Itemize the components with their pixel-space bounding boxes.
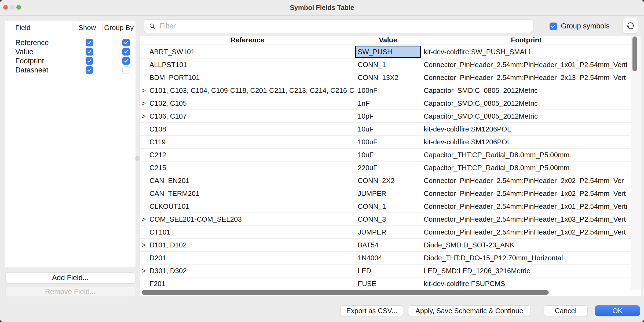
- horizontal-scrollbar-thumb[interactable]: [142, 290, 549, 295]
- group-symbols-checkbox[interactable]: [550, 23, 557, 30]
- reference-cell[interactable]: > BDM_PORT101: [140, 71, 355, 84]
- reference-cell[interactable]: > F201: [140, 277, 355, 290]
- table-row[interactable]: > C119 100uF kit-dev-coldfire:SM1206POL: [140, 136, 631, 149]
- field-row[interactable]: Reference: [5, 38, 136, 47]
- value-cell[interactable]: 220uF: [355, 162, 421, 174]
- show-checkbox[interactable]: [86, 66, 93, 74]
- footprint-cell[interactable]: LED_SMD:LED_1206_3216Metric: [421, 265, 630, 277]
- table-row[interactable]: > C212 10uF Capacitor_THT:CP_Radial_D8.0…: [140, 149, 631, 162]
- value-cell[interactable]: FUSE: [355, 277, 421, 290]
- reference-cell[interactable]: > D301, D302: [140, 265, 355, 277]
- value-column-header[interactable]: Value: [355, 36, 421, 45]
- group-expander-icon[interactable]: >: [142, 97, 146, 109]
- footprint-cell[interactable]: Connector_PinHeader_2.54mm:PinHeader_1x0…: [421, 200, 630, 213]
- table-row[interactable]: > BDM_PORT101 CONN_13X2 Connector_PinHea…: [140, 71, 631, 84]
- column-divider[interactable]: [421, 36, 421, 290]
- group-expander-icon[interactable]: >: [142, 110, 146, 122]
- table-row[interactable]: > C101, C103, C104, C109-C118, C201-C211…: [140, 84, 631, 97]
- footprint-cell[interactable]: kit-dev-coldfire:SM1206POL: [421, 136, 630, 148]
- reference-cell[interactable]: > C102, C105: [140, 97, 355, 109]
- export-csv-button[interactable]: Export as CSV...: [341, 305, 403, 316]
- group-expander-icon[interactable]: >: [142, 265, 146, 277]
- reference-cell[interactable]: > CT101: [140, 226, 355, 238]
- reference-cell[interactable]: > C119: [140, 136, 355, 148]
- remove-field-button[interactable]: Remove Field...: [5, 287, 135, 297]
- footprint-cell[interactable]: Connector_PinHeader_2.54mm:PinHeader_1x0…: [421, 226, 630, 238]
- reference-cell[interactable]: > COM_SEL201-COM_SEL203: [140, 213, 355, 225]
- footprint-cell[interactable]: Capacitor_SMD:C_0805_2012Metric: [421, 110, 630, 122]
- table-row[interactable]: > C102, C105 1nF Capacitor_SMD:C_0805_20…: [140, 97, 631, 110]
- show-checkbox[interactable]: [86, 39, 93, 46]
- value-cell[interactable]: 100nF: [355, 84, 421, 97]
- filter-input[interactable]: [159, 22, 533, 31]
- value-cell[interactable]: 10uF: [355, 123, 421, 135]
- reference-cell[interactable]: > ABRT_SW101: [140, 46, 355, 58]
- value-cell[interactable]: 10uF: [355, 149, 421, 161]
- value-cell[interactable]: CONN_13X2: [355, 71, 421, 84]
- table-row[interactable]: > D301, D302 LED LED_SMD:LED_1206_3216Me…: [140, 265, 631, 277]
- table-row[interactable]: > CLKOUT101 CONN_1 Connector_PinHeader_2…: [140, 200, 631, 213]
- table-row[interactable]: > COM_SEL201-COM_SEL203 CONN_3 Connector…: [140, 213, 631, 226]
- reference-cell[interactable]: > D201: [140, 252, 355, 264]
- field-row[interactable]: Datasheet: [5, 65, 136, 75]
- table-row[interactable]: > C215 220uF Capacitor_THT:CP_Radial_D8.…: [140, 162, 631, 174]
- table-row[interactable]: > D101, D102 BAT54 Diode_SMD:D_SOT-23_AN…: [140, 239, 631, 252]
- table-row[interactable]: > C106, C107 10pF Capacitor_SMD:C_0805_2…: [140, 110, 631, 123]
- footprint-cell[interactable]: Diode_THT:D_DO-15_P12.70mm_Horizontal: [421, 252, 630, 264]
- footprint-cell[interactable]: Capacitor_THT:CP_Radial_D8.0mm_P5.00mm: [421, 149, 630, 161]
- reference-column-header[interactable]: Reference: [140, 36, 355, 45]
- cancel-button[interactable]: Cancel: [544, 305, 588, 316]
- table-row[interactable]: > C108 10uF kit-dev-coldfire:SM1206POL: [140, 123, 631, 136]
- footprint-cell[interactable]: Connector_PinHeader_2.54mm:PinHeader_1x0…: [421, 213, 630, 225]
- group-by-checkbox[interactable]: [122, 39, 130, 46]
- titlebar[interactable]: Symbol Fields Table: [0, 0, 644, 16]
- group-expander-icon[interactable]: >: [142, 84, 146, 97]
- footprint-cell[interactable]: Connector_PinHeader_2.54mm:PinHeader_1x0…: [421, 58, 630, 71]
- vertical-scrollbar-thumb[interactable]: [632, 36, 637, 71]
- footprint-column-header[interactable]: Footprint: [421, 36, 631, 45]
- group-expander-icon[interactable]: >: [142, 239, 146, 251]
- reference-cell[interactable]: > ALLPST101: [140, 58, 355, 71]
- table-row[interactable]: > F201 FUSE kit-dev-coldfire:FSUPCMS: [140, 277, 631, 290]
- value-cell[interactable]: CONN_1: [355, 200, 421, 213]
- value-cell[interactable]: 10pF: [355, 110, 421, 122]
- value-cell[interactable]: BAT54: [355, 239, 421, 251]
- footprint-cell[interactable]: kit-dev-coldfire:FSUPCMS: [421, 277, 630, 290]
- table-row[interactable]: > CT101 JUMPER Connector_PinHeader_2.54m…: [140, 226, 631, 239]
- value-cell[interactable]: CONN_2X2: [355, 174, 421, 187]
- reference-cell[interactable]: > C106, C107: [140, 110, 355, 122]
- reference-cell[interactable]: > C215: [140, 162, 355, 174]
- reference-cell[interactable]: > CAN_TERM201: [140, 187, 355, 200]
- field-row[interactable]: Value: [5, 47, 136, 56]
- table-row[interactable]: > D201 1N4004 Diode_THT:D_DO-15_P12.70mm…: [140, 252, 631, 265]
- table-row[interactable]: > CAN_EN201 CONN_2X2 Connector_PinHeader…: [140, 174, 631, 187]
- group-by-checkbox[interactable]: [122, 48, 130, 56]
- column-divider[interactable]: [355, 36, 355, 290]
- table-row[interactable]: > CAN_TERM201 JUMPER Connector_PinHeader…: [140, 187, 631, 200]
- table-row[interactable]: > ABRT_SW101 SW_PUSH kit-dev-coldfire:SW…: [140, 46, 631, 58]
- reference-cell[interactable]: > C212: [140, 149, 355, 161]
- refresh-button[interactable]: [623, 18, 638, 33]
- add-field-button[interactable]: Add Field...: [5, 272, 135, 283]
- footprint-cell[interactable]: Capacitor_THT:CP_Radial_D8.0mm_P5.00mm: [421, 162, 630, 174]
- reference-cell[interactable]: > D101, D102: [140, 239, 355, 251]
- show-checkbox[interactable]: [86, 57, 93, 65]
- value-cell[interactable]: JUMPER: [355, 187, 421, 200]
- group-expander-icon[interactable]: >: [142, 213, 146, 225]
- footprint-cell[interactable]: Capacitor_SMD:C_0805_2012Metric: [421, 84, 630, 97]
- field-row[interactable]: Footprint: [5, 56, 136, 65]
- footprint-cell[interactable]: Connector_PinHeader_2.54mm:PinHeader_2x1…: [421, 71, 630, 84]
- value-cell[interactable]: JUMPER: [355, 226, 421, 238]
- value-cell[interactable]: LED: [355, 265, 421, 277]
- footprint-cell[interactable]: kit-dev-coldfire:SM1206POL: [421, 123, 630, 135]
- reference-cell[interactable]: > C108: [140, 123, 355, 135]
- footprint-cell[interactable]: Connector_PinHeader_2.54mm:PinHeader_1x0…: [421, 187, 630, 200]
- table-row[interactable]: > ALLPST101 CONN_1 Connector_PinHeader_2…: [140, 58, 631, 71]
- reference-cell[interactable]: > CAN_EN201: [140, 174, 355, 187]
- footprint-cell[interactable]: kit-dev-coldfire:SW_PUSH_SMALL: [421, 46, 630, 58]
- reference-cell[interactable]: > C101, C103, C104, C109-C118, C201-C211…: [140, 84, 355, 97]
- group-by-checkbox[interactable]: [122, 57, 130, 65]
- group-by-checkbox[interactable]: [122, 66, 130, 74]
- footprint-cell[interactable]: Connector_PinHeader_2.54mm:PinHeader_2x0…: [421, 174, 630, 187]
- apply-save-continue-button[interactable]: Apply, Save Schematic & Continue: [408, 305, 530, 316]
